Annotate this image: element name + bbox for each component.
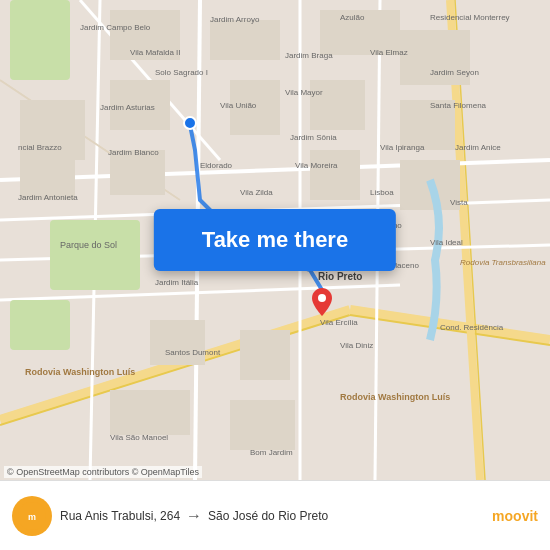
origin-label: Rua Anis Trabulsi, 264 (60, 509, 180, 523)
route-arrow-icon: → (186, 507, 202, 525)
svg-text:Vila Ideal: Vila Ideal (430, 238, 463, 247)
svg-text:Jardim Campo Belo: Jardim Campo Belo (80, 23, 151, 32)
svg-text:Parque do Sol: Parque do Sol (60, 240, 117, 250)
svg-text:Vila Ipiranga: Vila Ipiranga (380, 143, 425, 152)
svg-text:Rodovia Washington Luís: Rodovia Washington Luís (25, 367, 135, 377)
svg-text:Jardim Sônia: Jardim Sônia (290, 133, 337, 142)
bottom-bar: m Rua Anis Trabulsi, 264 → São José do R… (0, 480, 550, 550)
origin-pin (183, 116, 197, 130)
svg-text:Santa Filomena: Santa Filomena (430, 101, 487, 110)
route-info: Rua Anis Trabulsi, 264 → São José do Rio… (60, 507, 484, 525)
svg-text:Solo Sagrado I: Solo Sagrado I (155, 68, 208, 77)
svg-text:Vista: Vista (450, 198, 468, 207)
svg-text:Jardim Arroyo: Jardim Arroyo (210, 15, 260, 24)
svg-text:Vila Ercília: Vila Ercília (320, 318, 358, 327)
svg-point-78 (318, 294, 326, 302)
svg-text:Vila Mayor: Vila Mayor (285, 88, 323, 97)
map-container: Jardim Campo Belo Vila Mafalda II Jardim… (0, 0, 550, 480)
svg-text:Vila Zilda: Vila Zilda (240, 188, 273, 197)
svg-rect-36 (230, 400, 295, 450)
svg-rect-17 (50, 220, 140, 290)
svg-text:Rio Preto: Rio Preto (318, 271, 362, 282)
svg-text:Jardim Seyon: Jardim Seyon (430, 68, 479, 77)
svg-text:Jardim Itália: Jardim Itália (155, 278, 199, 287)
svg-text:Vila São Manoel: Vila São Manoel (110, 433, 168, 442)
moovit-logo-icon: m (12, 496, 52, 536)
svg-text:ncial Brazzo: ncial Brazzo (18, 143, 62, 152)
svg-rect-19 (10, 0, 70, 80)
svg-text:Lisboa: Lisboa (370, 188, 394, 197)
svg-rect-35 (110, 390, 190, 435)
svg-text:Vila Moreira: Vila Moreira (295, 161, 338, 170)
svg-rect-31 (310, 150, 360, 200)
svg-rect-33 (150, 320, 205, 365)
svg-text:Vila Elmaz: Vila Elmaz (370, 48, 408, 57)
svg-text:Vila União: Vila União (220, 101, 257, 110)
svg-text:Vila Mafalda II: Vila Mafalda II (130, 48, 181, 57)
svg-text:Cond. Residência: Cond. Residência (440, 323, 504, 332)
svg-text:Bom Jardim: Bom Jardim (250, 448, 293, 457)
svg-text:Vila Diniz: Vila Diniz (340, 341, 373, 350)
svg-text:Jardim Blanco: Jardim Blanco (108, 148, 159, 157)
svg-text:m: m (28, 511, 36, 521)
svg-text:Residencial Monterrey: Residencial Monterrey (430, 13, 510, 22)
svg-text:Jardim Braga: Jardim Braga (285, 51, 333, 60)
svg-rect-18 (10, 300, 70, 350)
svg-text:Santos Dumont: Santos Dumont (165, 348, 221, 357)
svg-text:Jardim Asturias: Jardim Asturias (100, 103, 155, 112)
destination-pin (312, 288, 332, 316)
svg-text:Eldorado: Eldorado (200, 161, 233, 170)
moovit-brand-label: moovit (492, 508, 538, 524)
svg-text:Jardim Anice: Jardim Anice (455, 143, 501, 152)
destination-label: São José do Rio Preto (208, 509, 328, 523)
take-me-there-button[interactable]: Take me there (154, 209, 396, 271)
svg-rect-34 (240, 330, 290, 380)
svg-text:Azulão: Azulão (340, 13, 365, 22)
svg-text:Rodovia Washington Luís: Rodovia Washington Luís (340, 392, 450, 402)
map-attribution: © OpenStreetMap contributors © OpenMapTi… (4, 466, 202, 478)
svg-text:Jardim Antonieta: Jardim Antonieta (18, 193, 78, 202)
svg-text:Rodovia Transbrasiliana: Rodovia Transbrasiliana (460, 258, 546, 267)
svg-rect-21 (210, 20, 280, 60)
